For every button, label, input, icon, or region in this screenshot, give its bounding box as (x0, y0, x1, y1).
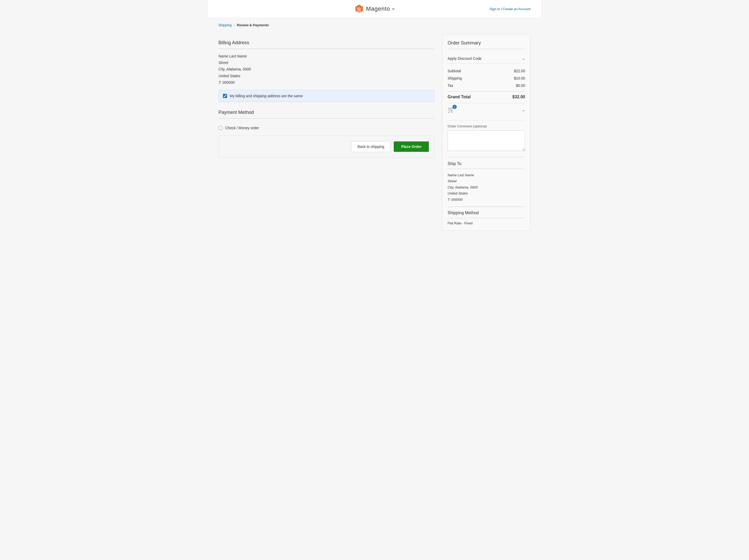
breadcrumb-current: Review & Payments (237, 23, 269, 27)
tax-label: Tax (448, 83, 453, 88)
billing-country: United States (218, 73, 434, 79)
order-summary: Order Summary Apply Discount Code ⌄ Subt… (442, 35, 531, 231)
tax-value: $0.00 (516, 83, 525, 88)
right-column: Order Summary Apply Discount Code ⌄ Subt… (442, 35, 531, 231)
grand-total-value: $32.00 (512, 95, 525, 99)
main-content: Billing Address Name Last Name Street Ci… (208, 30, 541, 241)
same-address-label[interactable]: My billing and shipping address are the … (230, 94, 303, 98)
billing-address-info: Name Last Name Street City, Alabama, 000… (218, 53, 434, 86)
order-comment-textarea[interactable] (448, 130, 525, 151)
billing-street: Street (218, 60, 434, 66)
shipping-method-value: Flat Rate - Fixed (448, 221, 525, 225)
cart-row[interactable]: 🛒 1 ⌄ (448, 103, 525, 116)
billing-address-section: Billing Address Name Last Name Street Ci… (218, 35, 434, 107)
shipping-label: Shipping (448, 76, 462, 80)
payment-method-title: Payment Method (218, 110, 434, 119)
ship-country: United States (448, 190, 525, 196)
logo: Magento® (355, 4, 394, 14)
breadcrumb-shipping-link[interactable]: Shipping (218, 23, 232, 27)
cart-badge: 1 (452, 105, 457, 109)
ship-to-address: Name Last Name Street City, Alabama, 000… (448, 172, 525, 202)
place-order-button[interactable]: Place Order (394, 142, 429, 152)
grand-total-row: Grand Total $32.00 (448, 91, 525, 101)
discount-chevron-icon: ⌄ (522, 56, 525, 61)
shipping-method-section: Shipping Method Flat Rate - Fixed (448, 207, 525, 225)
header-auth: Sign in / Create an Account (489, 7, 531, 11)
ship-to-title: Ship To (448, 161, 525, 169)
subtotal-row: Subtotal $22.00 (448, 67, 525, 74)
payment-radio-check[interactable] (218, 126, 222, 130)
tax-row: Tax $0.00 (448, 82, 525, 89)
same-address-checkbox[interactable] (223, 94, 227, 98)
ship-name: Name Last Name (448, 172, 525, 178)
order-comment-section: Order Comment (optional) (448, 121, 525, 152)
shipping-row: Shipping $10.00 (448, 74, 525, 82)
order-summary-title: Order Summary (448, 40, 525, 49)
sign-in-link[interactable]: Sign in (489, 7, 500, 11)
subtotal-label: Subtotal (448, 69, 461, 73)
shipping-value: $10.00 (514, 76, 525, 80)
cart-icon-wrapper: 🛒 1 (448, 106, 455, 113)
payment-option-check[interactable]: Check / Money order (218, 123, 434, 133)
cart-chevron-icon: ⌄ (522, 107, 525, 112)
ship-street: Street (448, 178, 525, 184)
logo-text: Magento (366, 5, 390, 12)
subtotal-value: $22.00 (514, 69, 525, 73)
breadcrumb: Shipping › Review & Payments (208, 18, 541, 30)
comment-label: Order Comment (optional) (448, 124, 525, 128)
left-column: Billing Address Name Last Name Street Ci… (218, 35, 434, 157)
billing-phone: T: 000000 (218, 79, 434, 86)
same-address-row[interactable]: My billing and shipping address are the … (218, 90, 434, 102)
billing-city: City, Alabama, 0000 (218, 66, 434, 72)
billing-address-title: Billing Address (218, 40, 434, 49)
apply-discount-row[interactable]: Apply Discount Code ⌄ (448, 53, 525, 64)
logo-sup: ® (392, 7, 394, 10)
grand-total-label: Grand Total (448, 95, 471, 99)
action-row: Back to shipping Place Order (218, 136, 434, 157)
ship-phone: T: 000000 (448, 197, 525, 202)
ship-city: City, Alabama, 0000 (448, 184, 525, 190)
shipping-method-title: Shipping Method (448, 211, 525, 218)
magento-logo-icon (355, 4, 364, 14)
payment-method-section: Payment Method Check / Money order (218, 110, 434, 133)
payment-option-label[interactable]: Check / Money order (225, 126, 259, 130)
ship-to-section: Ship To Name Last Name Street City, Alab… (448, 157, 525, 202)
billing-name: Name Last Name (218, 53, 434, 60)
auth-divider: / (501, 7, 503, 11)
header: Magento® Sign in / Create an Account (208, 0, 541, 18)
back-to-shipping-button[interactable]: Back to shipping (351, 141, 391, 152)
discount-label: Apply Discount Code (448, 57, 481, 61)
breadcrumb-separator: › (234, 23, 235, 27)
create-account-link[interactable]: Create an Account (503, 7, 531, 11)
